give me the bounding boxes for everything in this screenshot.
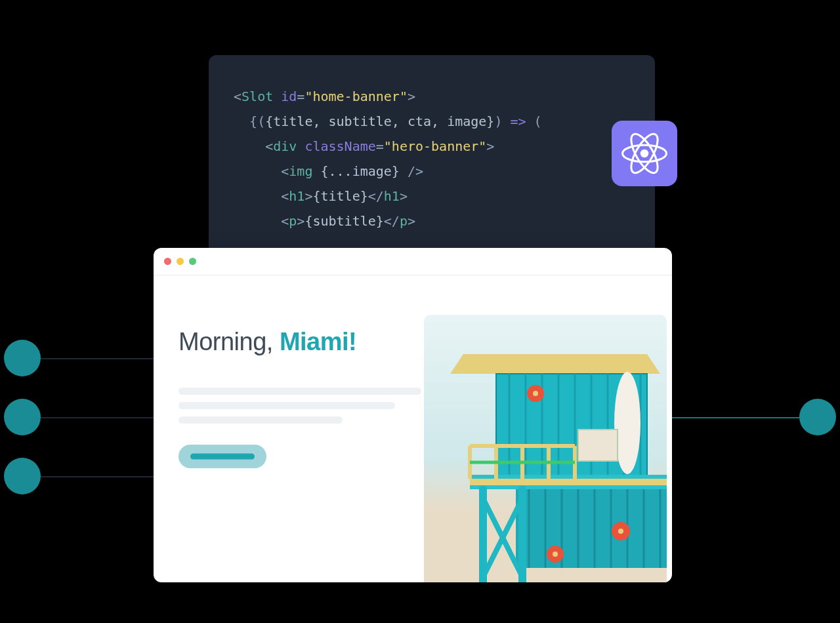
- react-icon: [621, 131, 667, 176]
- window-close-dot: [164, 258, 171, 265]
- code-token: =: [376, 138, 384, 154]
- code-token: <: [281, 188, 289, 204]
- code-token: id: [281, 89, 297, 104]
- code-token: home-banner: [312, 89, 399, 104]
- code-token: {...image}: [320, 163, 399, 179]
- code-token: >: [408, 89, 415, 104]
- connector-cta: [41, 476, 154, 477]
- code-token: >: [486, 138, 494, 154]
- svg-point-44: [618, 529, 623, 534]
- hero-title-prefix: Morning,: [178, 328, 280, 355]
- code-token: ": [304, 89, 312, 104]
- code-token: =: [297, 89, 304, 104]
- code-token: div: [273, 138, 297, 154]
- lifeguard-stand-illustration: [424, 315, 667, 582]
- code-token: [297, 138, 304, 154]
- connector-subtitle: [41, 417, 154, 418]
- code-token: p: [400, 213, 408, 229]
- code-token: img: [289, 163, 312, 179]
- code-token: h1: [384, 188, 400, 204]
- pointer-subtitle: [4, 399, 41, 435]
- code-token: {title}: [312, 188, 368, 204]
- code-token: Slot: [242, 89, 273, 104]
- code-token: [234, 188, 281, 204]
- svg-marker-4: [450, 354, 660, 374]
- code-snippet-panel: <Slot id="home-banner"> {({title, subtit…: [209, 55, 655, 265]
- connector-image: [672, 417, 799, 418]
- window-minimize-dot: [177, 258, 184, 265]
- react-badge: [612, 121, 677, 186]
- code-token: [234, 163, 281, 179]
- code-token: (: [526, 113, 542, 129]
- pointer-cta: [4, 458, 41, 494]
- hero-image: [424, 315, 667, 582]
- code-token: h1: [289, 188, 304, 204]
- pointer-image: [799, 399, 836, 435]
- subtitle-skeleton: [178, 388, 421, 424]
- code-token: {title, subtitle, cta, image}: [265, 113, 494, 129]
- code-token: ": [478, 138, 486, 154]
- browser-window: Morning, Miami!: [154, 248, 672, 582]
- code-token: [234, 113, 249, 129]
- code-token: className: [304, 138, 375, 154]
- svg-rect-18: [470, 479, 667, 485]
- window-maximize-dot: [189, 258, 196, 265]
- code-token: >: [400, 188, 408, 204]
- code-token: =>: [510, 113, 526, 129]
- code-token: >: [297, 213, 304, 229]
- skeleton-line: [178, 388, 421, 395]
- connector-title: [41, 358, 154, 359]
- cta-button-placeholder: [178, 445, 266, 468]
- code-token: [234, 213, 281, 229]
- code-block: <Slot id="home-banner"> {({title, subtit…: [234, 84, 630, 233]
- code-token: <: [281, 213, 289, 229]
- code-token: hero-banner: [392, 138, 478, 154]
- browser-chrome: [154, 248, 672, 275]
- code-token: ): [494, 113, 510, 129]
- code-token: />: [400, 163, 423, 179]
- code-token: p: [289, 213, 297, 229]
- svg-point-0: [640, 150, 648, 157]
- code-token: ": [400, 89, 408, 104]
- code-token: [312, 163, 320, 179]
- code-token: [234, 138, 265, 154]
- skeleton-line: [178, 416, 343, 424]
- code-token: </: [384, 213, 400, 229]
- code-token: <: [234, 89, 242, 104]
- code-token: {(: [249, 113, 265, 129]
- code-token: >: [304, 188, 312, 204]
- svg-point-43: [533, 391, 538, 396]
- code-token: <: [265, 138, 273, 154]
- code-token: >: [408, 213, 415, 229]
- hero-title-accent: Miami!: [280, 328, 356, 355]
- svg-point-45: [553, 552, 558, 557]
- code-token: ": [384, 138, 392, 154]
- code-token: </: [368, 188, 384, 204]
- pointer-title: [4, 340, 41, 376]
- skeleton-line: [178, 402, 395, 409]
- browser-body: Morning, Miami!: [154, 275, 672, 582]
- code-token: [273, 89, 281, 104]
- code-token: {subtitle}: [304, 213, 383, 229]
- svg-rect-46: [578, 430, 618, 461]
- code-token: <: [281, 163, 289, 179]
